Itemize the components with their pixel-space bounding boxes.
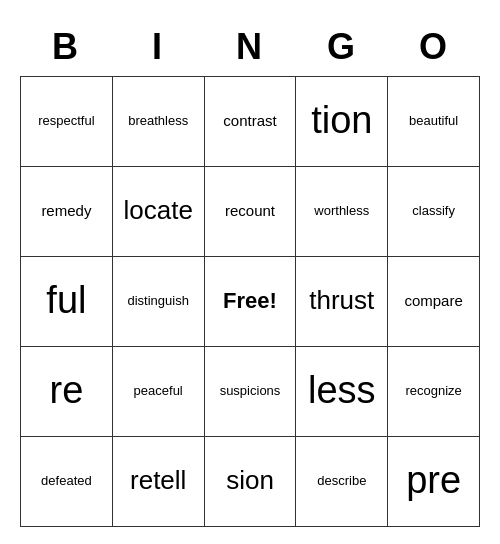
cell-text-3-1: peaceful [134, 383, 183, 399]
cell-text-0-1: breathless [128, 113, 188, 129]
bingo-cell-0-3: tion [296, 77, 388, 167]
bingo-cell-1-0: remedy [21, 167, 113, 257]
header-letter-N: N [204, 18, 296, 76]
cell-text-0-3: tion [311, 98, 372, 144]
header-letter-I: I [112, 18, 204, 76]
cell-text-3-0: re [50, 368, 84, 414]
cell-text-4-0: defeated [41, 473, 92, 489]
bingo-cell-2-4: compare [388, 257, 480, 347]
bingo-cell-4-3: describe [296, 437, 388, 527]
bingo-cell-1-4: classify [388, 167, 480, 257]
bingo-cell-1-2: recount [205, 167, 297, 257]
bingo-cell-2-1: distinguish [113, 257, 205, 347]
header-letter-G: G [296, 18, 388, 76]
cell-text-1-2: recount [225, 202, 275, 220]
cell-text-0-0: respectful [38, 113, 94, 129]
bingo-cell-4-2: sion [205, 437, 297, 527]
cell-text-2-4: compare [404, 292, 462, 310]
header-letter-B: B [20, 18, 112, 76]
bingo-grid: respectfulbreathlesscontrasttionbeautifu… [20, 76, 480, 527]
cell-text-2-3: thrust [309, 285, 374, 316]
bingo-cell-3-0: re [21, 347, 113, 437]
bingo-cell-1-1: locate [113, 167, 205, 257]
header-letter-O: O [388, 18, 480, 76]
cell-text-2-0: ful [46, 278, 86, 324]
bingo-cell-3-2: suspicions [205, 347, 297, 437]
cell-text-0-2: contrast [223, 112, 276, 130]
bingo-cell-2-3: thrust [296, 257, 388, 347]
cell-text-1-0: remedy [41, 202, 91, 220]
cell-text-0-4: beautiful [409, 113, 458, 129]
cell-text-4-3: describe [317, 473, 366, 489]
cell-text-3-3: less [308, 368, 376, 414]
bingo-cell-2-0: ful [21, 257, 113, 347]
bingo-cell-3-3: less [296, 347, 388, 437]
bingo-cell-0-1: breathless [113, 77, 205, 167]
bingo-cell-1-3: worthless [296, 167, 388, 257]
cell-text-2-1: distinguish [127, 293, 188, 309]
bingo-cell-0-0: respectful [21, 77, 113, 167]
bingo-card: BINGO respectfulbreathlesscontrasttionbe… [10, 8, 490, 537]
bingo-header: BINGO [20, 18, 480, 76]
cell-text-4-1: retell [130, 465, 186, 496]
bingo-cell-2-2: Free! [205, 257, 297, 347]
bingo-cell-0-2: contrast [205, 77, 297, 167]
bingo-cell-3-1: peaceful [113, 347, 205, 437]
bingo-cell-0-4: beautiful [388, 77, 480, 167]
cell-text-3-2: suspicions [220, 383, 281, 399]
cell-text-1-4: classify [412, 203, 455, 219]
bingo-cell-4-0: defeated [21, 437, 113, 527]
cell-text-3-4: recognize [405, 383, 461, 399]
bingo-cell-4-1: retell [113, 437, 205, 527]
cell-text-4-4: pre [406, 458, 461, 504]
cell-text-1-3: worthless [314, 203, 369, 219]
bingo-cell-4-4: pre [388, 437, 480, 527]
cell-text-2-2: Free! [223, 288, 277, 314]
cell-text-4-2: sion [226, 465, 274, 496]
bingo-cell-3-4: recognize [388, 347, 480, 437]
cell-text-1-1: locate [124, 195, 193, 226]
